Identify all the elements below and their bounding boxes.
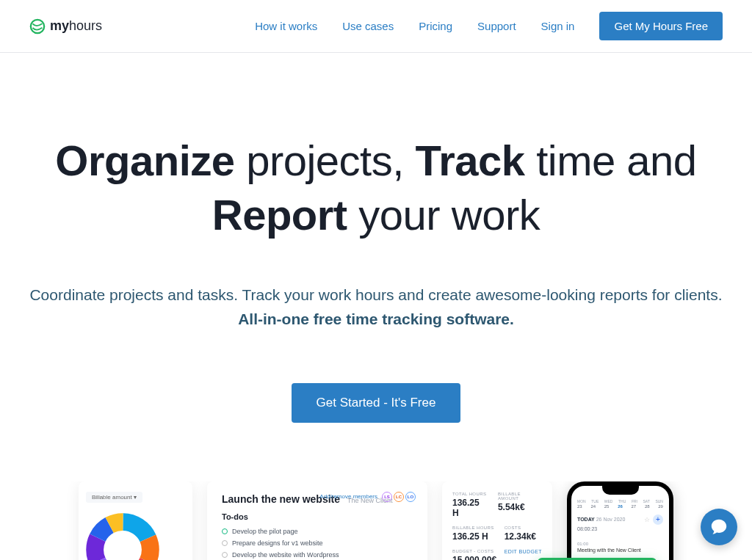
hero-section: Organize projects, Track time and Report… bbox=[0, 53, 752, 423]
hero-title: Organize projects, Track time and Report… bbox=[22, 134, 730, 242]
todo-item: Develop the pilot page bbox=[222, 526, 413, 537]
todo-item: Develop the website with Wordpress bbox=[222, 549, 413, 560]
donut-chart-card: Billable amount ▾ bbox=[79, 481, 192, 560]
add-remove-members: Add/remove members bbox=[319, 493, 377, 500]
todo-card: Add/remove members LS LC LO Launch the n… bbox=[207, 481, 427, 560]
main-nav: How it works Use cases Pricing Support S… bbox=[255, 12, 723, 40]
edit-budget-link: Edit budget bbox=[505, 549, 542, 554]
get-started-button[interactable]: Get Started - It's Free bbox=[292, 383, 461, 423]
member-avatar: LO bbox=[405, 492, 416, 502]
nav-how-it-works[interactable]: How it works bbox=[255, 20, 317, 32]
stat-label: BILLABLE HOURS bbox=[452, 526, 494, 530]
donut-dropdown: Billable amount ▾ bbox=[86, 492, 142, 503]
stat-value: 136.25 H bbox=[452, 531, 494, 542]
stat-label: TOTAL HOURS bbox=[452, 492, 488, 496]
stat-value: 15,000.00€ bbox=[452, 555, 542, 560]
nav-pricing[interactable]: Pricing bbox=[419, 20, 452, 32]
stat-label: BILLABLE AMOUNT bbox=[498, 492, 542, 501]
todos-heading: To-dos bbox=[222, 512, 413, 521]
todo-item: Prepare designs for v1 website bbox=[222, 537, 413, 549]
star-icon: ☆ bbox=[644, 516, 650, 523]
members-row: Add/remove members LS LC LO bbox=[319, 492, 416, 502]
member-avatar: LC bbox=[394, 492, 404, 502]
stat-value: 136.25 H bbox=[452, 498, 488, 518]
nav-sign-in[interactable]: Sign in bbox=[541, 20, 575, 32]
nav-support[interactable]: Support bbox=[477, 20, 516, 32]
svg-point-0 bbox=[31, 19, 44, 32]
nav-use-cases[interactable]: Use cases bbox=[342, 20, 394, 32]
chat-widget-button[interactable] bbox=[701, 509, 737, 545]
main-header: myhours How it works Use cases Pricing S… bbox=[0, 0, 752, 53]
phone-entry: Meeting with the New Client bbox=[577, 548, 663, 553]
stat-label: COSTS bbox=[505, 526, 536, 530]
stat-value: 12.34k€ bbox=[505, 531, 536, 542]
timer-pill: 0:04:20 bbox=[538, 558, 657, 560]
logo-icon bbox=[29, 18, 46, 34]
hero-subtitle: Coordinate projects and tasks. Track you… bbox=[22, 283, 730, 331]
get-free-button[interactable]: Get My Hours Free bbox=[599, 12, 723, 40]
donut-chart-icon bbox=[86, 513, 159, 560]
stats-card: TOTAL HOURS 136.25 H BILLABLE AMOUNT 5.5… bbox=[442, 481, 552, 560]
phone-time: 08:00:23 bbox=[577, 526, 663, 531]
stat-value: 5.54k€ bbox=[498, 502, 542, 512]
member-avatar: LS bbox=[382, 492, 392, 502]
phone-mockup: MONTUEWEDTHUFRISATSUN 23242526272829 TOD… bbox=[567, 481, 673, 560]
plus-icon: + bbox=[653, 514, 663, 525]
brand-text: myhours bbox=[50, 18, 102, 34]
brand-logo[interactable]: myhours bbox=[29, 18, 102, 34]
stat-label: BUDGET - COSTSEdit budget bbox=[452, 549, 542, 553]
chat-icon bbox=[709, 517, 728, 537]
product-mockup: Billable amount ▾ Add/remove members LS … bbox=[0, 481, 752, 560]
